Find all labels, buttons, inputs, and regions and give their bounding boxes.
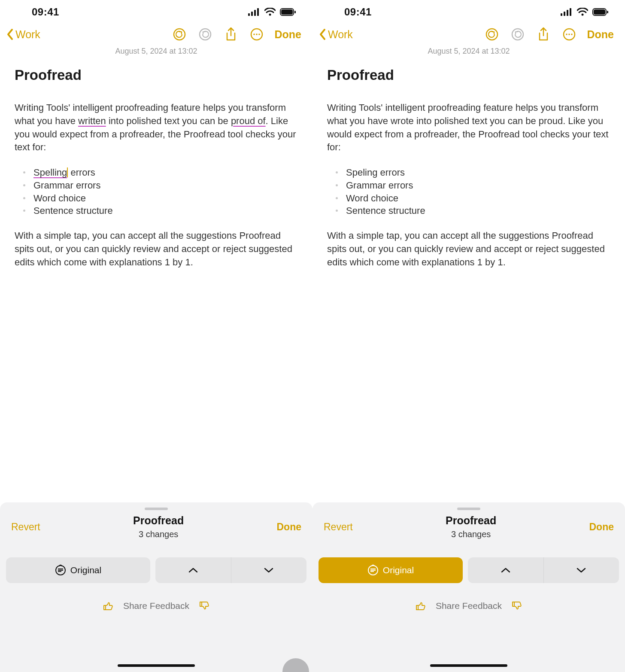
- sheet-title: Proofread: [133, 514, 184, 527]
- wifi-icon: [577, 8, 588, 16]
- svg-rect-1: [251, 12, 253, 16]
- svg-rect-24: [594, 9, 605, 15]
- share-icon: [225, 27, 237, 42]
- battery-icon: [592, 8, 609, 16]
- share-icon: [537, 27, 549, 42]
- ellipsis-circle-icon: [250, 27, 264, 41]
- status-bar: 09:41: [312, 0, 625, 24]
- note-timestamp: August 5, 2024 at 13:02: [0, 47, 312, 56]
- nav-bar: Work Done: [0, 24, 312, 45]
- prev-change-button[interactable]: [155, 557, 231, 583]
- svg-point-22: [582, 13, 584, 15]
- sheet-title: Proofread: [446, 514, 496, 527]
- back-label: Work: [328, 28, 353, 41]
- next-change-button[interactable]: [231, 557, 307, 583]
- svg-point-12: [256, 33, 258, 35]
- more-button[interactable]: [561, 27, 577, 42]
- share-button[interactable]: [536, 27, 551, 42]
- note-content[interactable]: Proofread Writing Tools' intelligent pro…: [0, 56, 312, 269]
- undo-button[interactable]: [172, 27, 187, 42]
- note-body-2: With a simple tap, you can accept all th…: [15, 229, 298, 269]
- redo-icon: [198, 27, 212, 41]
- thumbs-up-icon[interactable]: [415, 600, 426, 611]
- feedback-row: Share Feedback: [6, 600, 306, 611]
- wifi-icon: [264, 8, 276, 16]
- revert-button[interactable]: Revert: [324, 521, 353, 533]
- status-bar: 09:41: [0, 0, 312, 24]
- floating-badge: [282, 658, 309, 672]
- undo-button[interactable]: [484, 27, 500, 42]
- svg-rect-3: [257, 8, 259, 16]
- svg-rect-7: [294, 11, 296, 13]
- original-label: Original: [70, 565, 101, 575]
- phone-left: 09:41 Work Done: [0, 0, 312, 672]
- redo-button[interactable]: [197, 27, 213, 42]
- revert-button[interactable]: Revert: [11, 521, 40, 533]
- thumbs-down-icon[interactable]: [199, 600, 210, 611]
- svg-rect-25: [607, 11, 608, 13]
- svg-point-4: [269, 13, 271, 15]
- share-button[interactable]: [223, 27, 239, 42]
- original-icon: [55, 565, 66, 576]
- original-toggle[interactable]: Original: [6, 557, 150, 583]
- undo-icon: [485, 27, 499, 41]
- nav-done-button[interactable]: Done: [587, 28, 614, 41]
- feedback-label[interactable]: Share Feedback: [123, 601, 189, 611]
- prev-change-button[interactable]: [468, 557, 544, 583]
- home-indicator[interactable]: [118, 664, 195, 667]
- redo-icon: [511, 27, 525, 41]
- feedback-row: Share Feedback: [319, 600, 619, 611]
- original-toggle[interactable]: Original: [319, 557, 463, 583]
- cellular-icon: [248, 8, 260, 16]
- svg-point-31: [571, 33, 573, 35]
- feedback-label[interactable]: Share Feedback: [436, 601, 502, 611]
- proofread-sheet: Revert Proofread 3 changes Done Original: [0, 502, 312, 672]
- chevron-up-icon: [188, 567, 198, 573]
- sheet-subtitle: 3 changes: [133, 529, 184, 539]
- next-change-button[interactable]: [544, 557, 619, 583]
- list-item: Word choice: [346, 192, 610, 205]
- sheet-grabber[interactable]: [145, 508, 168, 510]
- redo-button[interactable]: [510, 27, 525, 42]
- nav-done-button[interactable]: Done: [275, 28, 302, 41]
- bullet-list: Speling errors Grammar errors Word choic…: [327, 166, 610, 217]
- proofread-edit[interactable]: proud of: [231, 116, 266, 126]
- chevron-left-icon: [319, 28, 327, 41]
- bullet-list: Spelling errors Grammar errors Word choi…: [15, 166, 298, 217]
- note-body-1: Writing Tools' intelligent proofreading …: [327, 101, 610, 154]
- chevron-down-icon: [576, 567, 586, 573]
- phone-right: 09:41 Work Done: [312, 0, 625, 672]
- thumbs-up-icon[interactable]: [103, 600, 114, 611]
- original-icon: [367, 565, 379, 576]
- ellipsis-circle-icon: [562, 27, 576, 41]
- note-content[interactable]: Proofread Writing Tools' intelligent pro…: [312, 56, 625, 269]
- chevron-left-icon: [6, 28, 15, 41]
- back-button[interactable]: Work: [6, 28, 40, 41]
- battery-icon: [280, 8, 296, 16]
- chevron-down-icon: [264, 567, 274, 573]
- note-body-2: With a simple tap, you can accept all th…: [327, 229, 610, 269]
- sheet-grabber[interactable]: [457, 508, 480, 510]
- back-button[interactable]: Work: [319, 28, 353, 41]
- svg-rect-6: [281, 9, 293, 15]
- note-title: Proofread: [15, 67, 298, 83]
- sheet-done-button[interactable]: Done: [277, 521, 302, 533]
- thumbs-down-icon[interactable]: [511, 600, 522, 611]
- home-indicator[interactable]: [430, 664, 507, 667]
- note-title: Proofread: [327, 67, 610, 83]
- status-time: 09:41: [312, 6, 372, 18]
- proofread-edit[interactable]: Spelling: [33, 167, 67, 178]
- svg-rect-18: [561, 13, 562, 16]
- note-body-1: Writing Tools' intelligent proofreading …: [15, 101, 298, 154]
- svg-rect-20: [567, 10, 568, 16]
- list-item: Grammar errors: [33, 179, 298, 192]
- chevron-up-icon: [501, 567, 511, 573]
- sheet-done-button[interactable]: Done: [589, 521, 614, 533]
- list-item: Grammar errors: [346, 179, 610, 192]
- status-icons: [248, 8, 296, 16]
- status-icons: [561, 8, 609, 16]
- more-button[interactable]: [249, 27, 264, 42]
- status-time: 09:41: [0, 6, 59, 18]
- list-item: Spelling errors: [33, 166, 298, 179]
- proofread-edit[interactable]: written: [78, 116, 106, 126]
